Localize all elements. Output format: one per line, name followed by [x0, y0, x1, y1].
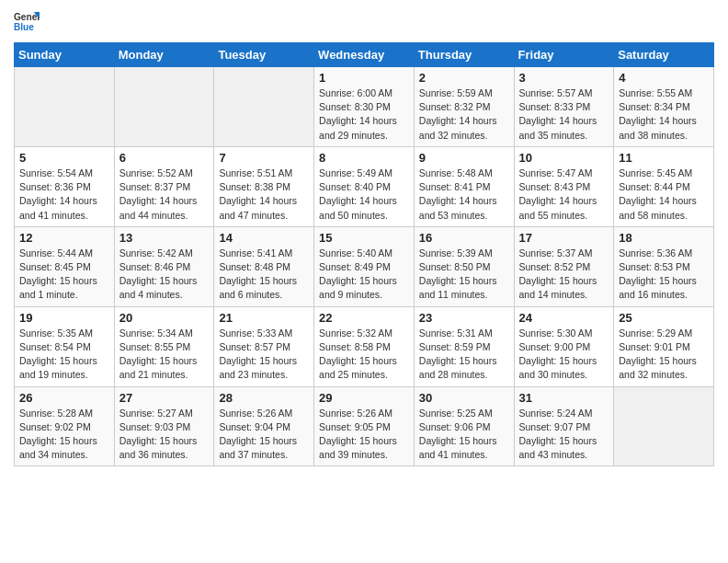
day-number: 5 — [19, 151, 109, 165]
calendar-table: SundayMondayTuesdayWednesdayThursdayFrid… — [14, 42, 714, 466]
day-number: 12 — [19, 231, 109, 245]
day-info: Sunrise: 5:51 AM Sunset: 8:38 PM Dayligh… — [219, 167, 309, 223]
week-row-3: 12Sunrise: 5:44 AM Sunset: 8:45 PM Dayli… — [15, 226, 714, 306]
day-info: Sunrise: 5:41 AM Sunset: 8:48 PM Dayligh… — [219, 247, 309, 303]
day-info: Sunrise: 5:36 AM Sunset: 8:53 PM Dayligh… — [619, 247, 709, 303]
calendar-cell: 22Sunrise: 5:32 AM Sunset: 8:58 PM Dayli… — [314, 306, 415, 386]
day-of-week-friday: Friday — [514, 43, 614, 67]
calendar-cell: 4Sunrise: 5:55 AM Sunset: 8:34 PM Daylig… — [614, 67, 714, 147]
day-number: 4 — [619, 71, 709, 85]
day-info: Sunrise: 5:27 AM Sunset: 9:03 PM Dayligh… — [119, 407, 210, 463]
day-number: 25 — [619, 311, 709, 325]
day-info: Sunrise: 5:59 AM Sunset: 8:32 PM Dayligh… — [419, 86, 509, 143]
day-number: 30 — [419, 391, 509, 405]
calendar-cell: 24Sunrise: 5:30 AM Sunset: 9:00 PM Dayli… — [514, 306, 614, 386]
calendar-cell: 25Sunrise: 5:29 AM Sunset: 9:01 PM Dayli… — [614, 306, 714, 386]
calendar-cell: 14Sunrise: 5:41 AM Sunset: 8:48 PM Dayli… — [214, 226, 314, 306]
day-info: Sunrise: 5:52 AM Sunset: 8:37 PM Dayligh… — [119, 167, 210, 223]
calendar-cell: 31Sunrise: 5:24 AM Sunset: 9:07 PM Dayli… — [514, 386, 614, 466]
day-info: Sunrise: 5:29 AM Sunset: 9:01 PM Dayligh… — [619, 327, 709, 383]
calendar-cell: 26Sunrise: 5:28 AM Sunset: 9:02 PM Dayli… — [15, 386, 115, 466]
logo-icon: General Blue — [14, 9, 40, 35]
day-of-week-saturday: Saturday — [614, 43, 714, 67]
day-info: Sunrise: 5:47 AM Sunset: 8:43 PM Dayligh… — [519, 167, 609, 223]
day-info: Sunrise: 5:44 AM Sunset: 8:45 PM Dayligh… — [19, 247, 109, 303]
day-info: Sunrise: 5:26 AM Sunset: 9:04 PM Dayligh… — [219, 407, 309, 463]
day-of-week-wednesday: Wednesday — [314, 43, 415, 67]
calendar-cell: 19Sunrise: 5:35 AM Sunset: 8:54 PM Dayli… — [15, 306, 115, 386]
day-info: Sunrise: 5:55 AM Sunset: 8:34 PM Dayligh… — [619, 86, 709, 143]
calendar-cell: 9Sunrise: 5:48 AM Sunset: 8:41 PM Daylig… — [414, 146, 514, 226]
day-number: 24 — [519, 311, 609, 325]
page-header: General Blue — [14, 9, 714, 35]
calendar-header: SundayMondayTuesdayWednesdayThursdayFrid… — [15, 43, 714, 67]
day-of-week-thursday: Thursday — [414, 43, 514, 67]
day-number: 20 — [119, 311, 210, 325]
day-info: Sunrise: 5:35 AM Sunset: 8:54 PM Dayligh… — [19, 327, 109, 383]
calendar-cell — [114, 67, 214, 147]
day-number: 1 — [319, 71, 409, 85]
day-number: 31 — [519, 391, 609, 405]
day-number: 11 — [619, 151, 709, 165]
day-info: Sunrise: 5:54 AM Sunset: 8:36 PM Dayligh… — [19, 167, 109, 223]
day-number: 8 — [319, 151, 409, 165]
day-number: 19 — [19, 311, 109, 325]
calendar-cell: 21Sunrise: 5:33 AM Sunset: 8:57 PM Dayli… — [214, 306, 314, 386]
day-info: Sunrise: 5:30 AM Sunset: 9:00 PM Dayligh… — [519, 327, 609, 383]
day-number: 15 — [319, 231, 409, 245]
svg-text:Blue: Blue — [14, 22, 34, 32]
day-number: 9 — [419, 151, 509, 165]
calendar-cell: 11Sunrise: 5:45 AM Sunset: 8:44 PM Dayli… — [614, 146, 714, 226]
day-info: Sunrise: 5:26 AM Sunset: 9:05 PM Dayligh… — [319, 407, 409, 463]
week-row-2: 5Sunrise: 5:54 AM Sunset: 8:36 PM Daylig… — [15, 146, 714, 226]
day-number: 10 — [519, 151, 609, 165]
day-info: Sunrise: 5:37 AM Sunset: 8:52 PM Dayligh… — [519, 247, 609, 303]
week-row-1: 1Sunrise: 6:00 AM Sunset: 8:30 PM Daylig… — [15, 67, 714, 147]
calendar-cell: 18Sunrise: 5:36 AM Sunset: 8:53 PM Dayli… — [614, 226, 714, 306]
calendar-cell: 28Sunrise: 5:26 AM Sunset: 9:04 PM Dayli… — [214, 386, 314, 466]
calendar-cell: 8Sunrise: 5:49 AM Sunset: 8:40 PM Daylig… — [314, 146, 415, 226]
day-info: Sunrise: 5:57 AM Sunset: 8:33 PM Dayligh… — [519, 86, 609, 143]
calendar-cell: 13Sunrise: 5:42 AM Sunset: 8:46 PM Dayli… — [114, 226, 214, 306]
day-info: Sunrise: 5:24 AM Sunset: 9:07 PM Dayligh… — [519, 407, 609, 463]
calendar-cell: 12Sunrise: 5:44 AM Sunset: 8:45 PM Dayli… — [15, 226, 115, 306]
day-of-week-sunday: Sunday — [15, 43, 115, 67]
day-number: 22 — [319, 311, 409, 325]
day-info: Sunrise: 5:39 AM Sunset: 8:50 PM Dayligh… — [419, 247, 509, 303]
calendar-cell: 15Sunrise: 5:40 AM Sunset: 8:49 PM Dayli… — [314, 226, 415, 306]
day-info: Sunrise: 5:49 AM Sunset: 8:40 PM Dayligh… — [319, 167, 409, 223]
day-number: 21 — [219, 311, 309, 325]
week-row-4: 19Sunrise: 5:35 AM Sunset: 8:54 PM Dayli… — [15, 306, 714, 386]
calendar-cell: 20Sunrise: 5:34 AM Sunset: 8:55 PM Dayli… — [114, 306, 214, 386]
day-info: Sunrise: 5:48 AM Sunset: 8:41 PM Dayligh… — [419, 167, 509, 223]
day-number: 6 — [119, 151, 210, 165]
day-info: Sunrise: 5:32 AM Sunset: 8:58 PM Dayligh… — [319, 327, 409, 383]
day-info: Sunrise: 5:45 AM Sunset: 8:44 PM Dayligh… — [619, 167, 709, 223]
day-info: Sunrise: 5:25 AM Sunset: 9:06 PM Dayligh… — [419, 407, 509, 463]
calendar-body: 1Sunrise: 6:00 AM Sunset: 8:30 PM Daylig… — [15, 67, 714, 466]
day-number: 28 — [219, 391, 309, 405]
calendar-cell: 7Sunrise: 5:51 AM Sunset: 8:38 PM Daylig… — [214, 146, 314, 226]
day-number: 7 — [219, 151, 309, 165]
calendar-cell: 29Sunrise: 5:26 AM Sunset: 9:05 PM Dayli… — [314, 386, 415, 466]
calendar-cell: 27Sunrise: 5:27 AM Sunset: 9:03 PM Dayli… — [114, 386, 214, 466]
day-number: 2 — [419, 71, 509, 85]
calendar-cell: 10Sunrise: 5:47 AM Sunset: 8:43 PM Dayli… — [514, 146, 614, 226]
day-info: Sunrise: 5:33 AM Sunset: 8:57 PM Dayligh… — [219, 327, 309, 383]
day-number: 18 — [619, 231, 709, 245]
day-info: Sunrise: 6:00 AM Sunset: 8:30 PM Dayligh… — [319, 86, 409, 143]
day-of-week-tuesday: Tuesday — [214, 43, 314, 67]
day-number: 23 — [419, 311, 509, 325]
day-info: Sunrise: 5:34 AM Sunset: 8:55 PM Dayligh… — [119, 327, 210, 383]
day-info: Sunrise: 5:42 AM Sunset: 8:46 PM Dayligh… — [119, 247, 210, 303]
calendar-cell: 23Sunrise: 5:31 AM Sunset: 8:59 PM Dayli… — [414, 306, 514, 386]
day-number: 14 — [219, 231, 309, 245]
calendar-cell: 3Sunrise: 5:57 AM Sunset: 8:33 PM Daylig… — [514, 67, 614, 147]
week-row-5: 26Sunrise: 5:28 AM Sunset: 9:02 PM Dayli… — [15, 386, 714, 466]
day-of-week-monday: Monday — [114, 43, 214, 67]
calendar-cell — [614, 386, 714, 466]
day-number: 17 — [519, 231, 609, 245]
calendar-cell — [214, 67, 314, 147]
day-info: Sunrise: 5:31 AM Sunset: 8:59 PM Dayligh… — [419, 327, 509, 383]
calendar-cell — [15, 67, 115, 147]
